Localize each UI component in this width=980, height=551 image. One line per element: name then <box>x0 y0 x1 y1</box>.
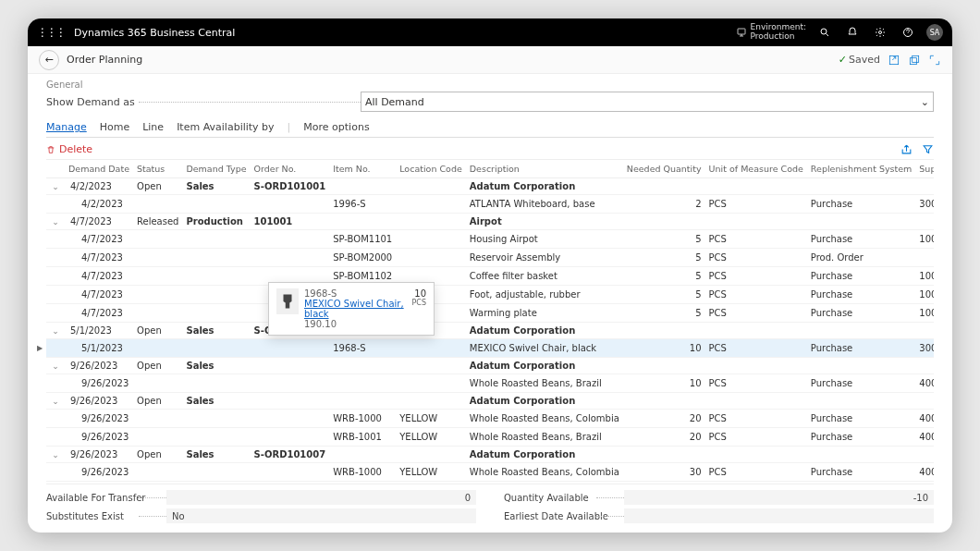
subs-exist-label: Substitutes Exist <box>46 511 166 521</box>
back-button[interactable]: ← <box>39 50 59 70</box>
table-row[interactable]: ⌄9/26/2023OpenSalesAdatum Corporation <box>46 358 934 374</box>
svg-point-1 <box>821 29 827 34</box>
summary-footer: Available For Transfer 0 Quantity Availa… <box>46 484 934 523</box>
table-row[interactable]: ⌄4/2/2023OpenSalesS-ORD101001Adatum Corp… <box>46 178 934 195</box>
subs-exist-value: No <box>166 508 476 523</box>
avatar[interactable]: SA <box>926 24 943 41</box>
collapse-icon[interactable]: ⌄ <box>50 217 61 227</box>
tooltip-uom: PCS <box>412 299 427 307</box>
col-uom[interactable]: Unit of Measure Code <box>705 160 807 178</box>
tab-more-options[interactable]: More options <box>303 121 369 133</box>
table-row[interactable]: 9/26/2023WRB-1000YELLOWWhole Roasted Bea… <box>46 463 934 482</box>
svg-rect-6 <box>913 55 919 62</box>
svg-rect-0 <box>738 29 745 34</box>
table-row[interactable]: 9/26/2023WRB-1001YELLOWWhole Roasted Bea… <box>46 428 934 447</box>
tooltip-item-link[interactable]: MEXICO Swivel Chair, black <box>304 299 404 319</box>
tooltip-item-no: 1968-S <box>304 288 407 299</box>
col-item-no[interactable]: Item No. <box>329 160 396 178</box>
show-demand-label: Show Demand as <box>46 96 361 108</box>
table-row[interactable]: ⌄4/7/2023ReleasedProduction101001Airpot <box>46 214 934 230</box>
table-row[interactable]: 4/7/2023SP-BOM2000Reservoir Assembly5PCS… <box>46 249 934 267</box>
col-location[interactable]: Location Code <box>396 160 466 178</box>
table-row[interactable]: ⌄9/26/2023OpenSalesS-ORD101007Adatum Cor… <box>46 447 934 463</box>
table-row[interactable]: 5/1/20231968-SMEXICO Swivel Chair, black… <box>46 339 934 358</box>
table-row[interactable]: 9/26/2023WRB-1000YELLOWWhole Roasted Bea… <box>46 410 934 428</box>
col-status[interactable]: Status <box>133 160 182 178</box>
environment-icon <box>736 27 747 38</box>
delete-button[interactable]: Delete <box>46 143 92 155</box>
new-window-icon[interactable] <box>908 54 921 67</box>
tab-manage[interactable]: Manage <box>46 121 87 133</box>
tab-line[interactable]: Line <box>142 121 164 133</box>
app-launcher-icon[interactable]: ⋮⋮⋮ <box>37 26 65 39</box>
col-order-no[interactable]: Order No. <box>251 160 330 178</box>
page-content: General Show Demand as All Demand ⌄ Mana… <box>28 74 952 533</box>
general-section-label: General <box>46 80 934 90</box>
collapse-icon[interactable]: ⌄ <box>50 450 61 459</box>
filter-icon[interactable] <box>922 143 934 155</box>
action-tabs: Manage Home Line Item Availability by | … <box>46 121 934 138</box>
table-row[interactable]: 4/7/2023SP-BOM1103Foot, adjustable, rubb… <box>46 286 934 304</box>
chevron-down-icon: ⌄ <box>921 96 929 108</box>
title-bar: ⋮⋮⋮ Dynamics 365 Business Central Enviro… <box>28 18 952 46</box>
search-icon[interactable] <box>815 23 834 42</box>
table-row[interactable]: ⌄9/26/2023OpenSalesAdatum Corporation <box>46 393 934 410</box>
table-row[interactable]: 9/26/2023Whole Roasted Beans, Brazil10PC… <box>46 374 934 393</box>
share-list-icon[interactable] <box>900 143 913 155</box>
svg-point-2 <box>879 31 882 34</box>
show-demand-field: Show Demand as All Demand ⌄ <box>46 92 934 112</box>
column-headers: Demand Date Status Demand Type Order No.… <box>46 160 934 178</box>
item-preview-tooltip: 1968-S MEXICO Swivel Chair, black 190.10… <box>268 282 435 336</box>
help-icon[interactable] <box>899 23 917 42</box>
trash-icon <box>46 145 55 154</box>
notification-icon[interactable] <box>843 23 862 42</box>
show-demand-dropdown[interactable]: All Demand ⌄ <box>361 92 934 112</box>
col-description[interactable]: Description <box>466 160 623 178</box>
col-repl-system[interactable]: Replenishment System <box>807 160 915 178</box>
tooltip-qty: 10 <box>412 288 427 299</box>
planning-grid[interactable]: Demand Date Status Demand Type Order No.… <box>46 159 934 484</box>
app-brand: Dynamics 365 Business Central <box>74 27 235 39</box>
col-needed-qty[interactable]: Needed Quantity <box>623 160 705 178</box>
col-demand-type[interactable]: Demand Type <box>182 160 250 178</box>
table-row[interactable]: ⌄5/1/2023OpenSalesS-ORD101002Adatum Corp… <box>46 323 934 339</box>
col-supply-from[interactable]: Supply From <box>915 160 934 178</box>
settings-icon[interactable] <box>871 23 889 42</box>
earliest-date-label: Earliest Date Available <box>504 511 624 521</box>
collapse-icon[interactable]: ⌄ <box>50 326 61 336</box>
share-icon[interactable] <box>888 54 900 67</box>
qty-avail-value: -10 <box>624 490 934 505</box>
col-demand-date[interactable]: Demand Date <box>65 160 133 178</box>
expand-icon[interactable] <box>928 54 941 67</box>
saved-indicator: Saved <box>839 54 880 66</box>
earliest-date-value <box>624 508 934 523</box>
tooltip-price: 190.10 <box>304 319 407 329</box>
table-row[interactable]: 4/7/2023SP-BOM1101Housing Airpot5PCSPurc… <box>46 230 934 249</box>
collapse-icon[interactable]: ⌄ <box>50 397 61 406</box>
avail-transfer-value: 0 <box>166 490 476 505</box>
page-title: Order Planning <box>67 54 142 66</box>
avail-transfer-label: Available For Transfer <box>46 493 166 503</box>
collapse-icon[interactable]: ⌄ <box>50 182 61 191</box>
svg-rect-5 <box>910 57 916 64</box>
table-row[interactable]: 4/7/2023SP-BOM1104Warming plate5PCSPurch… <box>46 304 934 323</box>
tab-home[interactable]: Home <box>100 121 129 133</box>
sub-toolbar: Delete <box>46 143 934 155</box>
app-window: ⋮⋮⋮ Dynamics 365 Business Central Enviro… <box>28 18 952 533</box>
page-header: ← Order Planning Saved <box>28 46 952 74</box>
table-row[interactable]: 4/7/2023SP-BOM1102Coffee filter basket5P… <box>46 267 934 286</box>
item-thumbnail <box>276 288 299 314</box>
collapse-icon[interactable]: ⌄ <box>50 361 61 371</box>
environment-badge[interactable]: Environment: Production <box>736 23 807 42</box>
tab-item-availability[interactable]: Item Availability by <box>177 121 274 133</box>
table-row[interactable]: 4/2/20231996-SATLANTA Whiteboard, base2P… <box>46 195 934 214</box>
qty-avail-label: Quantity Available <box>504 493 624 503</box>
